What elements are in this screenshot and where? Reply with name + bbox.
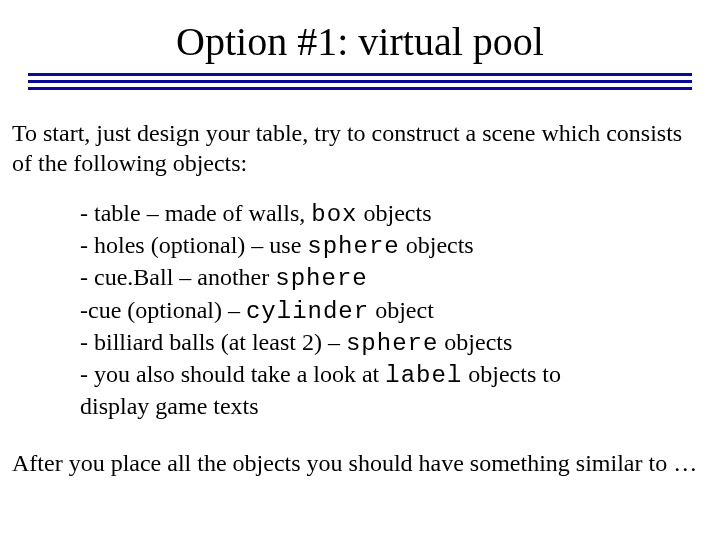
list-item-pre: - billiard balls (at least 2) –	[80, 329, 346, 355]
list-item: - holes (optional) – use sphere objects	[80, 230, 568, 262]
rule-line	[28, 80, 692, 83]
list-item-pre: - holes (optional) – use	[80, 232, 307, 258]
list-item: - billiard balls (at least 2) – sphere o…	[80, 327, 568, 359]
code-token: sphere	[346, 330, 438, 357]
list-item: -cue (optional) – cylinder object	[80, 295, 568, 327]
rule-line	[28, 87, 692, 90]
code-token: cylinder	[246, 298, 369, 325]
list-item-post: objects	[438, 329, 512, 355]
code-token: sphere	[307, 233, 399, 260]
list-item-post: objects	[400, 232, 474, 258]
list-item-post: object	[369, 297, 434, 323]
list-item: - you also should take a look at label o…	[80, 359, 568, 422]
rule-line	[28, 73, 692, 76]
list-item-post: objects	[357, 200, 431, 226]
code-token: box	[311, 201, 357, 228]
outro-text: After you place all the objects you shou…	[0, 422, 720, 478]
list-item: - table – made of walls, box objects	[80, 198, 568, 230]
list-item-pre: - cue.Ball – another	[80, 264, 275, 290]
code-token: sphere	[275, 265, 367, 292]
object-list: - table – made of walls, box objects - h…	[0, 178, 580, 422]
intro-text: To start, just design your table, try to…	[0, 94, 720, 178]
list-item-pre: - table – made of walls,	[80, 200, 311, 226]
list-item: - cue.Ball – another sphere	[80, 262, 568, 294]
code-token: label	[385, 362, 462, 389]
list-item-pre: - you also should take a look at	[80, 361, 385, 387]
list-item-pre: -cue (optional) –	[80, 297, 246, 323]
slide: Option #1: virtual pool To start, just d…	[0, 0, 720, 540]
slide-title: Option #1: virtual pool	[176, 18, 544, 65]
title-wrap: Option #1: virtual pool	[0, 0, 720, 65]
title-underline	[28, 73, 692, 90]
